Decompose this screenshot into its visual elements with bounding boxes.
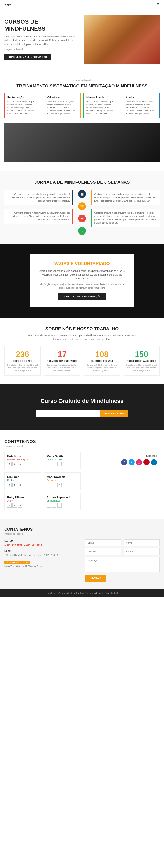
hours-block: ⚡ ⚡ Busines os Horas Mon - Thu: 9:00am -… — [4, 560, 79, 568]
stat-number-0: 236 — [6, 350, 39, 359]
jornada-left-0: Confirmo produto maecis viverra quis da … — [4, 190, 73, 205]
vagas-button[interactable]: CONSULTE MAIS INFORMAÇÃO — [58, 293, 106, 300]
jornada-icon-1: 💛 — [78, 202, 86, 210]
contact-card-1: Maria Smith Consultor chefe f t in — [44, 452, 81, 469]
contate-section: CONTATE-NOS Imagem de Freepik Bob Brown … — [0, 430, 164, 519]
form-name-input[interactable] — [124, 539, 160, 546]
contact-name-0: Bob Brown — [7, 455, 39, 458]
hero-image — [84, 16, 160, 64]
form-row-1 — [85, 539, 160, 546]
contact-row2: Nick Dark Gestor f t in Mark Dawson Advo… — [4, 472, 160, 490]
jornada-icon-3: 🌿 — [78, 227, 86, 235]
curso-submit-button[interactable]: Inscreva-se! — [100, 410, 128, 417]
contact-social-icon[interactable]: t — [12, 483, 17, 487]
contact-role-4: Jurgen — [7, 500, 39, 502]
jornada-right: Confirmo produto maecis viverra quis da … — [91, 190, 160, 227]
footer: Sample text. Click to select the text bo… — [0, 589, 164, 597]
contact-social-icon[interactable]: t — [12, 462, 17, 466]
contact-social-icon[interactable]: in — [57, 483, 62, 487]
card-text-0: Ut enim ad minim veniam, quis nostrud ex… — [7, 100, 38, 115]
contact-name-1: Maria Smith — [47, 455, 78, 458]
contact-row3: Betty Nilson Jurgen f t in Adrian Repree… — [4, 493, 160, 510]
form-address-input[interactable] — [85, 548, 121, 555]
vagas-text2: Nisi feugiat non pretium justo laoreet s… — [36, 283, 128, 290]
training-cards: Em formação Ut enim ad minim veniam, qui… — [4, 93, 160, 118]
contact-social-icon[interactable]: f — [7, 462, 11, 466]
contact-role-2: Gestor — [7, 479, 39, 482]
contact-card-3: Mark Dawson Advogado f t in — [44, 472, 81, 490]
contact-social-icon[interactable]: f — [47, 462, 51, 466]
hero-section: CURSOS DE MINDFULNESS Ut enim ad minim v… — [0, 9, 164, 70]
contact-role-3: Advogado — [47, 479, 78, 482]
social-fb-icon[interactable]: f — [121, 459, 127, 465]
jornada-right-0: Confirmo produto maecis viverra quis da … — [91, 190, 160, 205]
hours-text: Mon - Thu: 9:00am - 17:00pm — Sexta — [4, 565, 79, 568]
contact-icons-3: f t in — [47, 483, 78, 487]
hours-badge: ⚡ ⚡ Busines os Horas — [4, 561, 30, 564]
social-pt-icon[interactable]: p — [144, 459, 150, 465]
vagas-text1: Amet luctus venenatis lectus magna fring… — [36, 269, 128, 281]
menu-icon[interactable]: ≡ — [157, 2, 160, 7]
contact-name-4: Betty Nilson — [7, 496, 39, 499]
form-phone-input[interactable] — [124, 548, 160, 555]
jornada-icon-2: ❤ — [78, 215, 86, 222]
contact-social-icon[interactable]: in — [57, 462, 62, 466]
contact-name-2: Nick Dark — [7, 475, 39, 478]
stat-label-3: PROJETOS FINALIZADOS — [125, 360, 158, 362]
stat-label-2: CLIENTES FELIZES — [86, 360, 118, 362]
card-title-1: Voluntário — [47, 96, 78, 99]
stat-item-0: 236 COPOS DE CAFÉ Sample text. Click to … — [4, 346, 41, 376]
social-ig-icon[interactable]: ◎ — [136, 459, 142, 465]
social-follow-label: Siga-nos — [86, 454, 157, 458]
contact-social-icon[interactable]: in — [18, 503, 22, 508]
contact-social-icon[interactable]: f — [47, 503, 51, 508]
jornada-right-text-1: Confirmo produto maecis viverra quis da … — [94, 211, 157, 224]
stat-item-3: 150 PROJETOS FINALIZADOS Sample text. Cl… — [124, 346, 160, 376]
stat-number-1: 17 — [46, 350, 79, 359]
social-li-icon[interactable]: in — [151, 459, 157, 465]
contact-social-icon[interactable]: t — [52, 503, 56, 508]
hero-cta-button[interactable]: CONSULTE MAIS INFORMAÇÃO — [4, 54, 51, 61]
jornada-left-1: Confirmo produto maecis viverra quis da … — [4, 209, 73, 224]
curso-email-input[interactable] — [36, 410, 100, 417]
form-submit-button[interactable]: ENVIAR — [85, 575, 106, 582]
contact-social-icon[interactable]: in — [18, 462, 22, 466]
contact-social-icon[interactable]: t — [52, 462, 56, 466]
jornada-left-text-1: Confirmo produto maecis viverra quis da … — [7, 211, 70, 221]
contact-card-5: Adrian Repreende Empreendedor f t in — [44, 493, 81, 510]
contact-social-icon[interactable]: in — [57, 503, 62, 508]
contact-spacer — [83, 472, 160, 490]
vagas-box: VAGAS E VOLUNTARIADO Amet luctus venenat… — [30, 254, 134, 307]
contact-social-icon[interactable]: f — [7, 483, 11, 487]
stats-grid: 236 COPOS DE CAFÉ Sample text. Click to … — [4, 346, 160, 376]
training-card-2: Mentes Locais Ut enim ad minim veniam, q… — [83, 93, 120, 118]
contate2-title: CONTATE-NOS — [4, 527, 160, 532]
form-message-textarea[interactable] — [85, 557, 160, 572]
card-text-2: Ut enim ad minim veniam, quis nostrud ex… — [86, 100, 117, 115]
stat-number-3: 150 — [125, 350, 158, 359]
jornada-left-text-0: Confirmo produto maecis viverra quis da … — [7, 193, 70, 203]
contate-title: CONTATE-NOS — [4, 439, 160, 444]
vagas-section: VAGAS E VOLUNTARIADO Amet luctus venenat… — [0, 244, 164, 318]
contact-social-icon[interactable]: f — [47, 483, 51, 487]
sobre-section: SOBRE NÓS E NOSSO TRABALHO Ante metus di… — [0, 318, 164, 384]
stat-item-1: 17 PRÊMIOS CONQUISTADOS Sample text. Cli… — [44, 346, 80, 376]
call-us-title: Call Us — [4, 539, 79, 542]
curso-section: Curso Gratuito de Mindfulness Inscreva-s… — [0, 384, 164, 430]
jornada-right-1: Confirmo produto maecis viverra quis da … — [91, 209, 160, 227]
social-icons-row: f t ◎ p in — [86, 459, 157, 465]
card-title-3: Apoiar — [126, 96, 157, 99]
contate2-credit: Imagem de Freepik — [4, 533, 160, 535]
contact-social-icon[interactable]: f — [7, 503, 11, 508]
contact-row1: Bob Brown Analista / Estrategista f t in… — [4, 452, 160, 469]
contact-icons-4: f t in — [7, 503, 39, 508]
training-card-3: Apoiar Ut enim ad minim veniam, quis nos… — [123, 93, 160, 118]
contact-social-icon[interactable]: t — [12, 503, 17, 508]
social-tw-icon[interactable]: t — [129, 459, 135, 465]
form-email-input[interactable] — [85, 539, 121, 546]
hero-title: CURSOS DE MINDFULNESS — [4, 19, 80, 32]
header: logo ≡ — [0, 0, 164, 9]
contact-social-icon[interactable]: t — [52, 483, 56, 487]
contact-social-icon[interactable]: in — [18, 483, 22, 487]
stat-desc-2: Sample text. Click to select the text bo… — [86, 364, 118, 372]
